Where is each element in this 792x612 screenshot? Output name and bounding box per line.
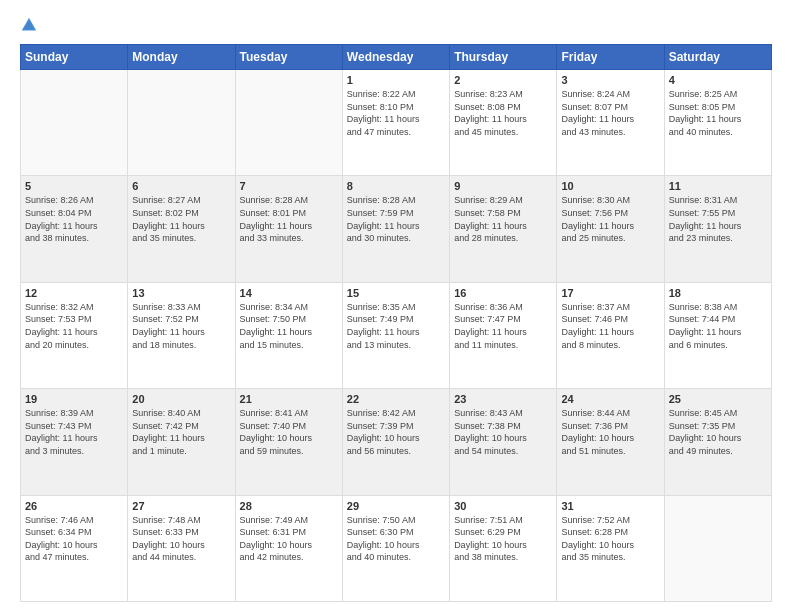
calendar-cell: 30Sunrise: 7:51 AM Sunset: 6:29 PM Dayli…	[450, 495, 557, 601]
calendar-row-1: 1Sunrise: 8:22 AM Sunset: 8:10 PM Daylig…	[21, 70, 772, 176]
day-info: Sunrise: 8:38 AM Sunset: 7:44 PM Dayligh…	[669, 301, 767, 351]
calendar-table: SundayMondayTuesdayWednesdayThursdayFrid…	[20, 44, 772, 602]
day-info: Sunrise: 8:28 AM Sunset: 8:01 PM Dayligh…	[240, 194, 338, 244]
page: SundayMondayTuesdayWednesdayThursdayFrid…	[0, 0, 792, 612]
day-info: Sunrise: 8:33 AM Sunset: 7:52 PM Dayligh…	[132, 301, 230, 351]
day-number: 23	[454, 393, 552, 405]
day-number: 21	[240, 393, 338, 405]
day-info: Sunrise: 8:29 AM Sunset: 7:58 PM Dayligh…	[454, 194, 552, 244]
calendar-row-2: 5Sunrise: 8:26 AM Sunset: 8:04 PM Daylig…	[21, 176, 772, 282]
calendar-cell: 1Sunrise: 8:22 AM Sunset: 8:10 PM Daylig…	[342, 70, 449, 176]
calendar-cell: 8Sunrise: 8:28 AM Sunset: 7:59 PM Daylig…	[342, 176, 449, 282]
day-info: Sunrise: 8:22 AM Sunset: 8:10 PM Dayligh…	[347, 88, 445, 138]
day-info: Sunrise: 7:46 AM Sunset: 6:34 PM Dayligh…	[25, 514, 123, 564]
day-info: Sunrise: 8:27 AM Sunset: 8:02 PM Dayligh…	[132, 194, 230, 244]
day-number: 16	[454, 287, 552, 299]
day-number: 1	[347, 74, 445, 86]
day-info: Sunrise: 8:36 AM Sunset: 7:47 PM Dayligh…	[454, 301, 552, 351]
day-info: Sunrise: 8:44 AM Sunset: 7:36 PM Dayligh…	[561, 407, 659, 457]
day-info: Sunrise: 8:34 AM Sunset: 7:50 PM Dayligh…	[240, 301, 338, 351]
weekday-header-saturday: Saturday	[664, 45, 771, 70]
day-info: Sunrise: 8:45 AM Sunset: 7:35 PM Dayligh…	[669, 407, 767, 457]
calendar-cell: 13Sunrise: 8:33 AM Sunset: 7:52 PM Dayli…	[128, 282, 235, 388]
weekday-header-tuesday: Tuesday	[235, 45, 342, 70]
day-info: Sunrise: 8:41 AM Sunset: 7:40 PM Dayligh…	[240, 407, 338, 457]
calendar-cell: 17Sunrise: 8:37 AM Sunset: 7:46 PM Dayli…	[557, 282, 664, 388]
calendar-cell: 11Sunrise: 8:31 AM Sunset: 7:55 PM Dayli…	[664, 176, 771, 282]
day-info: Sunrise: 8:28 AM Sunset: 7:59 PM Dayligh…	[347, 194, 445, 244]
calendar-cell	[235, 70, 342, 176]
day-info: Sunrise: 8:31 AM Sunset: 7:55 PM Dayligh…	[669, 194, 767, 244]
calendar-cell: 29Sunrise: 7:50 AM Sunset: 6:30 PM Dayli…	[342, 495, 449, 601]
day-number: 13	[132, 287, 230, 299]
day-number: 26	[25, 500, 123, 512]
day-info: Sunrise: 8:25 AM Sunset: 8:05 PM Dayligh…	[669, 88, 767, 138]
day-info: Sunrise: 8:39 AM Sunset: 7:43 PM Dayligh…	[25, 407, 123, 457]
weekday-header-friday: Friday	[557, 45, 664, 70]
calendar-cell	[128, 70, 235, 176]
calendar-row-3: 12Sunrise: 8:32 AM Sunset: 7:53 PM Dayli…	[21, 282, 772, 388]
day-info: Sunrise: 8:42 AM Sunset: 7:39 PM Dayligh…	[347, 407, 445, 457]
weekday-header-monday: Monday	[128, 45, 235, 70]
day-number: 8	[347, 180, 445, 192]
calendar-cell: 10Sunrise: 8:30 AM Sunset: 7:56 PM Dayli…	[557, 176, 664, 282]
calendar-cell: 18Sunrise: 8:38 AM Sunset: 7:44 PM Dayli…	[664, 282, 771, 388]
calendar-cell: 7Sunrise: 8:28 AM Sunset: 8:01 PM Daylig…	[235, 176, 342, 282]
day-number: 15	[347, 287, 445, 299]
day-info: Sunrise: 8:37 AM Sunset: 7:46 PM Dayligh…	[561, 301, 659, 351]
day-info: Sunrise: 8:30 AM Sunset: 7:56 PM Dayligh…	[561, 194, 659, 244]
calendar-cell: 22Sunrise: 8:42 AM Sunset: 7:39 PM Dayli…	[342, 389, 449, 495]
day-number: 10	[561, 180, 659, 192]
weekday-header-sunday: Sunday	[21, 45, 128, 70]
header	[20, 16, 772, 34]
calendar-cell: 23Sunrise: 8:43 AM Sunset: 7:38 PM Dayli…	[450, 389, 557, 495]
weekday-header-thursday: Thursday	[450, 45, 557, 70]
day-number: 30	[454, 500, 552, 512]
day-number: 28	[240, 500, 338, 512]
day-number: 5	[25, 180, 123, 192]
day-number: 7	[240, 180, 338, 192]
day-number: 9	[454, 180, 552, 192]
calendar-cell: 20Sunrise: 8:40 AM Sunset: 7:42 PM Dayli…	[128, 389, 235, 495]
calendar-row-5: 26Sunrise: 7:46 AM Sunset: 6:34 PM Dayli…	[21, 495, 772, 601]
day-info: Sunrise: 8:24 AM Sunset: 8:07 PM Dayligh…	[561, 88, 659, 138]
calendar-cell: 15Sunrise: 8:35 AM Sunset: 7:49 PM Dayli…	[342, 282, 449, 388]
calendar-cell: 31Sunrise: 7:52 AM Sunset: 6:28 PM Dayli…	[557, 495, 664, 601]
calendar-cell: 21Sunrise: 8:41 AM Sunset: 7:40 PM Dayli…	[235, 389, 342, 495]
calendar-cell: 12Sunrise: 8:32 AM Sunset: 7:53 PM Dayli…	[21, 282, 128, 388]
day-number: 27	[132, 500, 230, 512]
day-info: Sunrise: 8:32 AM Sunset: 7:53 PM Dayligh…	[25, 301, 123, 351]
day-number: 22	[347, 393, 445, 405]
day-number: 25	[669, 393, 767, 405]
calendar-cell: 6Sunrise: 8:27 AM Sunset: 8:02 PM Daylig…	[128, 176, 235, 282]
day-number: 19	[25, 393, 123, 405]
calendar-cell: 27Sunrise: 7:48 AM Sunset: 6:33 PM Dayli…	[128, 495, 235, 601]
day-info: Sunrise: 7:48 AM Sunset: 6:33 PM Dayligh…	[132, 514, 230, 564]
day-number: 29	[347, 500, 445, 512]
calendar-cell: 14Sunrise: 8:34 AM Sunset: 7:50 PM Dayli…	[235, 282, 342, 388]
calendar-cell: 28Sunrise: 7:49 AM Sunset: 6:31 PM Dayli…	[235, 495, 342, 601]
calendar-cell: 2Sunrise: 8:23 AM Sunset: 8:08 PM Daylig…	[450, 70, 557, 176]
day-info: Sunrise: 7:49 AM Sunset: 6:31 PM Dayligh…	[240, 514, 338, 564]
calendar-cell: 19Sunrise: 8:39 AM Sunset: 7:43 PM Dayli…	[21, 389, 128, 495]
day-info: Sunrise: 7:50 AM Sunset: 6:30 PM Dayligh…	[347, 514, 445, 564]
day-info: Sunrise: 8:26 AM Sunset: 8:04 PM Dayligh…	[25, 194, 123, 244]
calendar-cell: 4Sunrise: 8:25 AM Sunset: 8:05 PM Daylig…	[664, 70, 771, 176]
day-number: 31	[561, 500, 659, 512]
day-number: 6	[132, 180, 230, 192]
weekday-header-wednesday: Wednesday	[342, 45, 449, 70]
day-info: Sunrise: 7:52 AM Sunset: 6:28 PM Dayligh…	[561, 514, 659, 564]
day-info: Sunrise: 8:23 AM Sunset: 8:08 PM Dayligh…	[454, 88, 552, 138]
day-number: 4	[669, 74, 767, 86]
logo-icon	[20, 16, 38, 34]
calendar-cell: 9Sunrise: 8:29 AM Sunset: 7:58 PM Daylig…	[450, 176, 557, 282]
calendar-header-row: SundayMondayTuesdayWednesdayThursdayFrid…	[21, 45, 772, 70]
calendar-cell	[21, 70, 128, 176]
calendar-cell: 25Sunrise: 8:45 AM Sunset: 7:35 PM Dayli…	[664, 389, 771, 495]
calendar-row-4: 19Sunrise: 8:39 AM Sunset: 7:43 PM Dayli…	[21, 389, 772, 495]
day-number: 18	[669, 287, 767, 299]
day-info: Sunrise: 8:40 AM Sunset: 7:42 PM Dayligh…	[132, 407, 230, 457]
day-number: 3	[561, 74, 659, 86]
day-number: 20	[132, 393, 230, 405]
calendar-cell	[664, 495, 771, 601]
